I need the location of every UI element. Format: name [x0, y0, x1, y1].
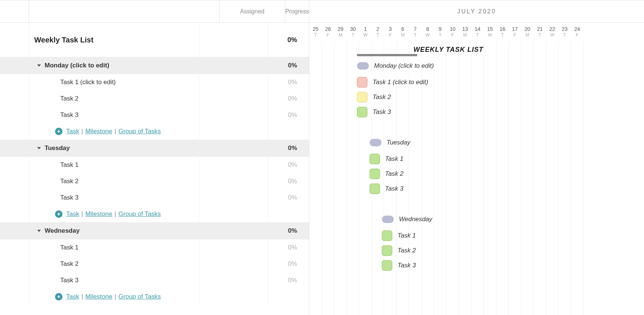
task-name: Task 3: [60, 277, 78, 284]
task-box[interactable]: [357, 77, 367, 88]
date-cell[interactable]: 17F: [509, 23, 521, 41]
date-cell[interactable]: 15W: [484, 23, 496, 41]
date-cell[interactable]: 29M: [334, 23, 347, 41]
task-name: Task 1: [60, 161, 78, 169]
task-list-pane: Assigned Progress Weekly Task List0%Mond…: [0, 0, 309, 315]
timeline-pane[interactable]: JULY 2020 25T26F29M30T1W2T3F6M7T8W9T10F1…: [309, 0, 644, 315]
timeline-task[interactable]: Task 3: [357, 107, 391, 117]
date-cell[interactable]: 21T: [534, 23, 546, 41]
group-row[interactable]: Wednesday0%: [0, 222, 309, 239]
timeline-task-label: Task 3: [373, 108, 391, 116]
group-name: Tuesday: [45, 144, 70, 152]
group-row[interactable]: Monday (click to edit)0%: [0, 57, 309, 74]
plus-circle-icon[interactable]: +: [55, 210, 62, 218]
timeline-body[interactable]: WEEKLY TASK LIST Monday (click to edit)T…: [309, 41, 644, 315]
add-row: +Task|Milestone|Group of Tasks: [0, 289, 309, 305]
date-cell[interactable]: 6M: [397, 23, 409, 41]
date-cell[interactable]: 26F: [322, 23, 335, 41]
group-name: Wednesday: [45, 227, 80, 235]
group-pill[interactable]: [370, 139, 381, 146]
timeline-task[interactable]: Task 2: [370, 169, 403, 179]
date-cell[interactable]: 16T: [496, 23, 509, 41]
date-cell[interactable]: 3F: [384, 23, 397, 41]
add-milestone-link[interactable]: Milestone: [85, 293, 112, 300]
date-cell[interactable]: 8W: [422, 23, 434, 41]
date-cell[interactable]: 20M: [521, 23, 534, 41]
timeline-task[interactable]: Task 2: [357, 92, 391, 102]
task-box[interactable]: [382, 260, 392, 271]
task-row[interactable]: Task 10%: [0, 239, 309, 256]
task-box[interactable]: [382, 245, 392, 256]
plus-circle-icon[interactable]: +: [55, 128, 62, 135]
task-box[interactable]: [382, 230, 392, 241]
task-row[interactable]: Task 30%: [0, 272, 309, 289]
chevron-down-icon[interactable]: [37, 147, 41, 149]
date-cell[interactable]: 7T: [409, 23, 422, 41]
date-cell[interactable]: 14T: [471, 23, 484, 41]
timeline-project-bar[interactable]: [357, 54, 417, 56]
task-name: Task 1 (click to edit): [60, 79, 116, 86]
timeline-task[interactable]: Task 3: [382, 260, 416, 271]
timeline-task[interactable]: Task 1 (click to edit): [357, 77, 428, 88]
add-group-link[interactable]: Group of Tasks: [119, 210, 161, 218]
col-header-assigned[interactable]: Assigned: [219, 0, 285, 22]
date-cell[interactable]: 23T: [558, 23, 571, 41]
timeline-task[interactable]: Task 1: [382, 230, 416, 241]
task-row[interactable]: Task 20%: [0, 90, 309, 107]
timeline-task-label: Task 3: [385, 185, 403, 192]
task-row[interactable]: Task 20%: [0, 173, 309, 190]
task-box[interactable]: [357, 92, 367, 102]
timeline-task-label: Task 2: [397, 247, 416, 254]
project-row[interactable]: Weekly Task List0%: [0, 23, 309, 57]
add-group-link[interactable]: Group of Tasks: [119, 128, 161, 135]
date-cell[interactable]: 30T: [347, 23, 360, 41]
chevron-down-icon[interactable]: [37, 64, 41, 67]
add-group-link[interactable]: Group of Tasks: [119, 293, 161, 300]
timeline-group[interactable]: Tuesday: [370, 139, 410, 146]
group-pill[interactable]: [357, 62, 369, 70]
task-box[interactable]: [370, 169, 380, 179]
add-task-link[interactable]: Task: [66, 210, 79, 218]
add-milestone-link[interactable]: Milestone: [85, 210, 112, 218]
date-cell[interactable]: 13M: [459, 23, 471, 41]
add-row: +Task|Milestone|Group of Tasks: [0, 123, 309, 140]
timeline-task-label: Task 1 (click to edit): [373, 79, 428, 86]
date-cell[interactable]: 10F: [447, 23, 459, 41]
plus-circle-icon[interactable]: +: [55, 293, 62, 300]
task-row[interactable]: Task 20%: [0, 256, 309, 272]
date-cell[interactable]: 2T: [372, 23, 384, 41]
timeline-task[interactable]: Task 1: [370, 154, 403, 164]
task-row[interactable]: Task 30%: [0, 190, 309, 206]
chevron-down-icon[interactable]: [37, 230, 41, 232]
timeline-task[interactable]: Task 3: [370, 184, 403, 194]
add-task-link[interactable]: Task: [66, 128, 79, 135]
task-row[interactable]: Task 30%: [0, 107, 309, 123]
app-root: Assigned Progress Weekly Task List0%Mond…: [0, 0, 644, 315]
date-cell[interactable]: 25T: [309, 23, 322, 41]
col-header-progress[interactable]: Progress: [285, 0, 309, 22]
project-title: Weekly Task List: [34, 36, 93, 44]
timeline-task[interactable]: Task 2: [382, 245, 416, 256]
group-name: Monday (click to edit): [45, 62, 109, 69]
task-box[interactable]: [370, 184, 380, 194]
add-milestone-link[interactable]: Milestone: [85, 128, 112, 135]
date-cell[interactable]: 1W: [359, 23, 372, 41]
task-box[interactable]: [357, 107, 367, 117]
task-row[interactable]: Task 10%: [0, 157, 309, 173]
date-cell[interactable]: 9T: [434, 23, 447, 41]
timeline-task-label: Task 2: [373, 93, 391, 101]
timeline-group[interactable]: Wednesday: [382, 216, 432, 223]
timeline-task-label: Task 1: [397, 232, 416, 239]
task-list-body: Weekly Task List0%Monday (click to edit)…: [0, 23, 309, 315]
date-cell[interactable]: 24F: [571, 23, 584, 41]
date-cell[interactable]: 22W: [546, 23, 559, 41]
group-row[interactable]: Tuesday0%: [0, 140, 309, 157]
task-box[interactable]: [370, 154, 380, 164]
timeline-task-label: Task 3: [397, 262, 416, 269]
task-row[interactable]: Task 1 (click to edit)0%: [0, 74, 309, 90]
month-header: JULY 2020: [309, 0, 644, 23]
add-task-link[interactable]: Task: [66, 293, 79, 300]
task-name: Task 2: [60, 178, 78, 185]
timeline-group[interactable]: Monday (click to edit): [357, 62, 434, 70]
group-pill[interactable]: [382, 216, 394, 223]
